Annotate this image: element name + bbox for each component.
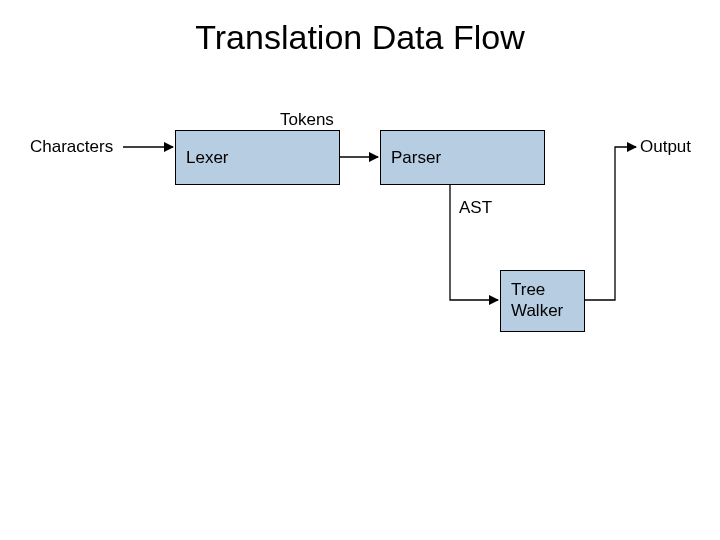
node-parser: Parser [380,130,545,185]
diagram-stage: Translation Data Flow Lexer Parser Tree … [0,0,720,540]
node-tree-walker-line1: Tree [511,279,545,300]
node-lexer: Lexer [175,130,340,185]
label-ast: AST [459,198,492,218]
node-tree-walker-line2: Walker [511,300,563,321]
page-title: Translation Data Flow [0,18,720,57]
arrows-layer [0,0,720,540]
label-characters: Characters [30,137,113,157]
node-tree-walker: Tree Walker [500,270,585,332]
node-parser-label: Parser [391,148,441,168]
label-output: Output [640,137,691,157]
node-lexer-label: Lexer [186,148,229,168]
label-tokens: Tokens [280,110,334,130]
arrow-tree-walker-to-output [585,147,636,300]
